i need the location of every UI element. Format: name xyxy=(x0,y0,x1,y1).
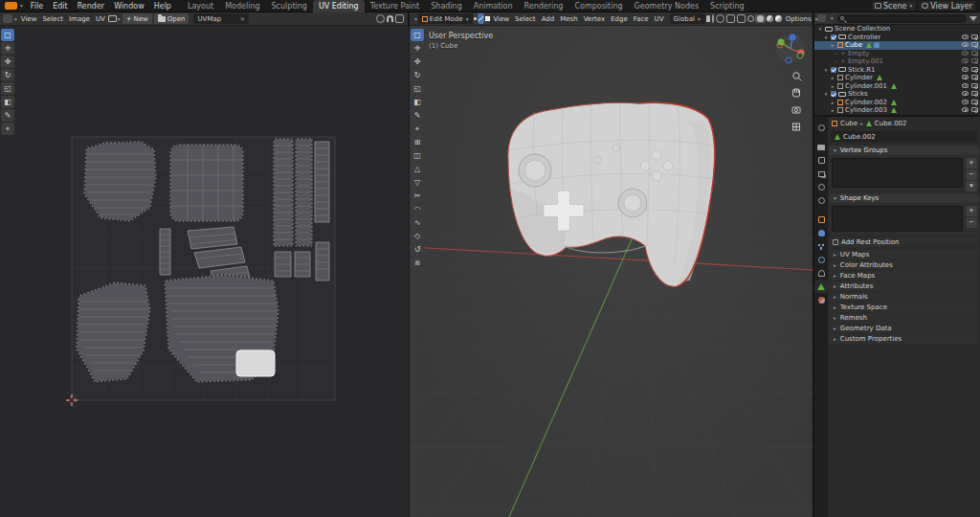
snap-magnet-icon[interactable] xyxy=(706,15,710,22)
panel-face-maps[interactable]: ▸ Face Maps xyxy=(829,271,979,281)
panel-attributes[interactable]: ▸ Attributes xyxy=(829,281,979,291)
outliner-row-scene-collection[interactable]: ▾ Scene Collection xyxy=(814,25,980,34)
add-rest-position-row[interactable]: Add Rest Position xyxy=(829,237,979,247)
chevron-right-icon[interactable]: ▸ xyxy=(830,106,835,115)
outliner-row-cube[interactable]: ▸ Cube xyxy=(814,41,980,50)
uv-menu-view[interactable]: View xyxy=(18,15,40,23)
uv-menu-image[interactable]: Image xyxy=(66,15,93,23)
chevron-right-icon[interactable]: ▸ xyxy=(830,99,835,107)
panel-remesh[interactable]: ▸ Remesh xyxy=(829,313,979,323)
workspace-tab-texture-paint[interactable]: Texture Paint xyxy=(365,0,426,12)
tool-measure[interactable]: ⌖ xyxy=(411,123,424,135)
open-image-button[interactable]: Open xyxy=(154,13,189,24)
chevron-down-icon[interactable]: ▾ xyxy=(823,90,829,99)
mode-selector[interactable]: Edit Mode ▾ xyxy=(418,13,474,24)
vp-menu-face[interactable]: Face xyxy=(631,15,652,23)
tool-edge-slide[interactable]: ↺ xyxy=(411,243,424,256)
vp-menu-select[interactable]: Select xyxy=(512,15,539,23)
uv-canvas[interactable] xyxy=(0,26,409,517)
panel-color-attributes[interactable]: ▸ Color Attributes xyxy=(829,260,979,270)
tab-particles[interactable] xyxy=(814,240,828,253)
new-image-button[interactable]: + New xyxy=(122,13,152,24)
orientation-selector[interactable]: Global ▾ xyxy=(670,13,705,24)
tool-select-box[interactable]: ▢ xyxy=(411,29,424,41)
shading-solid-active[interactable] xyxy=(755,14,766,23)
eye-icon[interactable] xyxy=(962,100,969,104)
breadcrumb-data[interactable]: Cube.002 xyxy=(875,120,907,127)
tool-rotate[interactable]: ↻ xyxy=(411,69,424,81)
vp-menu-vertex[interactable]: Vertex xyxy=(581,15,609,23)
outliner-search[interactable] xyxy=(837,14,967,23)
tab-output[interactable] xyxy=(814,154,828,167)
workspace-tab-rendering[interactable]: Rendering xyxy=(519,0,569,12)
tool-scale[interactable]: ◱ xyxy=(411,82,424,95)
proportional-edit-icon[interactable] xyxy=(712,14,714,23)
tool-extrude[interactable]: ⊞ xyxy=(411,136,424,148)
select-mode-vertex[interactable] xyxy=(474,13,477,24)
outliner-row-cylinder-002[interactable]: ▸ Cylinder.002 xyxy=(814,99,980,107)
tool-measure[interactable]: ⌖ xyxy=(1,123,14,135)
menu-edit[interactable]: Edit xyxy=(48,0,73,12)
options-button[interactable]: Options xyxy=(783,15,814,23)
tool-spin[interactable]: ∿ xyxy=(411,216,424,229)
tab-view-layer[interactable] xyxy=(814,168,828,180)
workspace-tab-modeling[interactable]: Modeling xyxy=(219,0,265,12)
tab-constraints[interactable] xyxy=(814,267,828,280)
outliner-row-cylinder[interactable]: ▸ Cylinder xyxy=(814,74,980,82)
vp-menu-view[interactable]: View xyxy=(490,15,512,23)
chevron-down-icon[interactable]: ▾ xyxy=(817,25,823,34)
workspace-tab-uv-editing[interactable]: UV Editing xyxy=(313,0,365,12)
navigation-gizmo[interactable] xyxy=(776,34,805,63)
snap-magnet-icon[interactable] xyxy=(387,15,393,22)
panel-shape-keys[interactable]: ▾ Shape Keys xyxy=(829,193,979,203)
tool-scale[interactable]: ◱ xyxy=(1,82,14,95)
vertex-group-specials-button[interactable]: ▾ xyxy=(966,181,977,191)
blender-logo-icon[interactable] xyxy=(5,2,17,10)
workspace-tab-layout[interactable]: Layout xyxy=(182,0,219,12)
panel-texture-space[interactable]: ▸ Texture Space xyxy=(829,303,979,312)
eye-icon[interactable] xyxy=(962,34,969,39)
tool-poly-build[interactable]: ◠ xyxy=(411,203,424,215)
select-mode-face[interactable] xyxy=(485,13,490,24)
tool-rotate[interactable]: ↻ xyxy=(1,69,14,81)
breadcrumb-object[interactable]: Cube xyxy=(840,120,858,127)
add-vertex-group-button[interactable]: + xyxy=(966,158,977,169)
tab-scene[interactable] xyxy=(814,181,828,193)
browse-image-icon[interactable] xyxy=(108,15,117,22)
menu-window[interactable]: Window xyxy=(109,0,149,12)
camera-view-icon[interactable] xyxy=(792,107,800,113)
proportional-edit-icon[interactable] xyxy=(376,14,385,23)
camera-icon[interactable] xyxy=(971,91,978,96)
vp-menu-add[interactable]: Add xyxy=(539,15,558,23)
tab-render[interactable] xyxy=(814,141,828,153)
workspace-tab-animation[interactable]: Animation xyxy=(468,0,519,12)
outliner-row-empty[interactable]: • + Empty xyxy=(814,50,980,58)
vp-menu-uv[interactable]: UV xyxy=(652,15,667,23)
tool-transform[interactable]: ◧ xyxy=(411,96,424,108)
eye-icon[interactable] xyxy=(962,75,969,79)
eye-icon[interactable] xyxy=(962,91,969,96)
remove-vertex-group-button[interactable]: − xyxy=(966,169,977,180)
checkbox-icon[interactable] xyxy=(833,239,838,245)
chevron-down-icon[interactable]: ▾ xyxy=(823,66,829,75)
xray-toggle-icon[interactable] xyxy=(737,14,746,23)
editor-type-icon[interactable] xyxy=(3,14,12,23)
panel-custom-properties[interactable]: ▸ Custom Properties xyxy=(829,334,979,344)
camera-icon[interactable] xyxy=(971,100,978,104)
tool-loop-cut[interactable]: ▽ xyxy=(411,176,424,189)
scene-selector[interactable]: Scene ▾ xyxy=(872,1,916,11)
panel-vertex-groups[interactable]: ▾ Vertex Groups xyxy=(829,146,979,155)
shading-material-icon[interactable] xyxy=(767,15,773,22)
select-mode-edge[interactable] xyxy=(478,13,484,24)
camera-icon[interactable] xyxy=(971,51,978,56)
data-name-field[interactable]: Cube.002 xyxy=(831,131,977,142)
uv-menu-uv[interactable]: UV xyxy=(93,15,108,23)
uv-selected-face[interactable] xyxy=(236,350,275,376)
panel-uv-maps[interactable]: ▸ UV Maps xyxy=(829,250,979,259)
tool-shrink-fatten[interactable]: ≋ xyxy=(411,257,424,269)
tool-cursor[interactable]: ✛ xyxy=(1,42,14,55)
tab-material[interactable] xyxy=(814,294,828,306)
collection-checkbox[interactable] xyxy=(831,34,836,40)
tool-annotate[interactable]: ✎ xyxy=(411,109,424,122)
tab-object-data[interactable] xyxy=(814,281,828,293)
